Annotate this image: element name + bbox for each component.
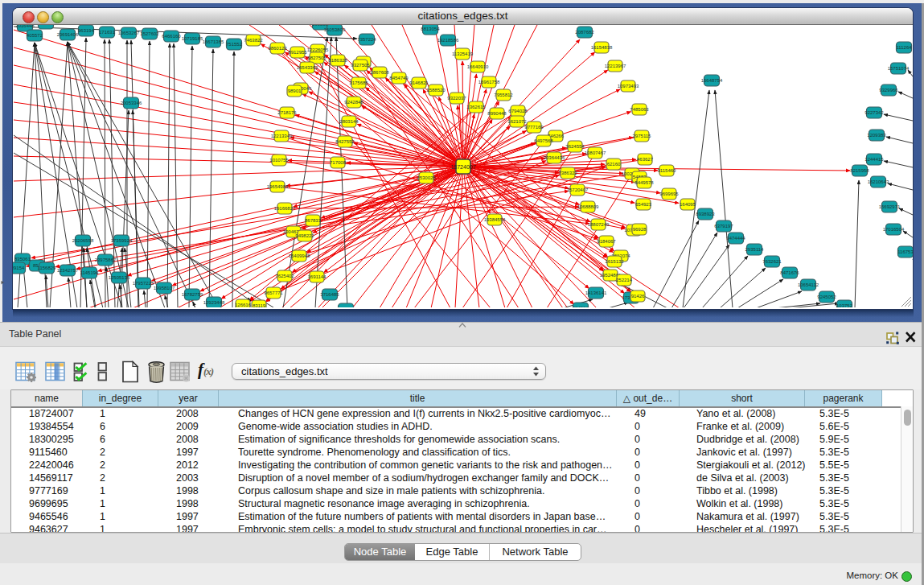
svg-text:9146821: 9146821 [409,80,429,85]
svg-text:19958107: 19958107 [154,286,175,290]
svg-text:19218586: 19218586 [437,38,459,43]
svg-text:7955812: 7955812 [494,93,513,97]
svg-text:5449578: 5449578 [634,180,654,185]
svg-text:1209383: 1209383 [867,133,886,138]
svg-text:16154838: 16154838 [591,45,613,50]
svg-text:18807249: 18807249 [588,222,610,227]
svg-text:9184067: 9184067 [597,239,616,244]
svg-text:9657771: 9657771 [264,290,283,295]
svg-text:8427552: 8427552 [335,139,355,144]
svg-text:963194: 963194 [78,28,95,33]
svg-text:12213967: 12213967 [605,64,626,68]
svg-text:116753: 116753 [897,249,913,254]
svg-text:252214: 252214 [616,278,633,282]
svg-text:19384554: 19384554 [484,217,506,222]
svg-text:103752: 103752 [836,303,853,307]
svg-text:12342757: 12342757 [57,268,79,273]
svg-text:9327505: 9327505 [351,63,370,68]
svg-text:8990448: 8990448 [487,111,507,116]
svg-text:1145194: 1145194 [80,270,100,275]
svg-text:8215958: 8215958 [850,168,869,173]
svg-text:7386322: 7386322 [558,171,577,175]
svg-text:16543362: 16543362 [297,65,318,70]
svg-text:867833: 867833 [305,218,322,223]
svg-text:7357224: 7357224 [357,37,376,42]
svg-text:1527602: 1527602 [140,31,159,36]
svg-text:8938923: 8938923 [696,212,715,216]
svg-text:9115460: 9115460 [658,168,677,173]
svg-text:2867608: 2867608 [370,70,389,75]
svg-text:10654112: 10654112 [798,282,819,287]
svg-text:717008: 717008 [330,160,347,165]
svg-text:97245: 97245 [339,307,353,307]
svg-text:15692971: 15692971 [879,204,901,209]
svg-text:1244415: 1244415 [864,157,884,162]
svg-text:6794028: 6794028 [508,109,528,113]
svg-text:2530025: 2530025 [417,175,436,180]
svg-text:7625402: 7625402 [275,274,294,278]
svg-text:111264: 111264 [896,45,912,50]
svg-text:16961758: 16961758 [478,80,500,84]
svg-text:16782759: 16782759 [182,292,203,297]
svg-text:20053346: 20053346 [121,101,142,105]
svg-text:9242848: 9242848 [344,100,363,105]
svg-text:3175685: 3175685 [349,80,368,85]
svg-text:16640910: 16640910 [467,64,489,69]
svg-text:10807467: 10807467 [585,150,606,155]
svg-text:9860123: 9860123 [268,46,287,51]
svg-text:7632621: 7632621 [762,259,782,264]
svg-text:2803144: 2803144 [339,119,359,124]
svg-text:463627: 463627 [637,157,654,162]
svg-text:9322037: 9322037 [447,96,466,101]
svg-text:751552: 751552 [226,42,243,47]
svg-text:16671385: 16671385 [203,39,224,44]
svg-text:15409948: 15409948 [289,253,310,258]
svg-text:11325419: 11325419 [452,51,474,56]
svg-text:171631: 171631 [99,30,116,35]
svg-text:16648754: 16648754 [701,78,723,83]
svg-text:19166827: 19166827 [274,206,296,211]
svg-text:9227342: 9227342 [864,110,884,115]
svg-text:9777169: 9777169 [524,125,544,130]
svg-text:835061: 835061 [14,257,31,262]
svg-text:2975115: 2975115 [633,134,652,138]
svg-text:1156829: 1156829 [38,266,57,270]
svg-text:3716485: 3716485 [320,292,339,297]
svg-text:6466160: 6466160 [162,34,181,39]
svg-text:2935114: 2935114 [745,247,765,252]
svg-text:17359924: 17359924 [111,238,133,243]
svg-text:405572: 405572 [27,33,43,38]
svg-text:62160: 62160 [607,162,621,167]
svg-text:8471676: 8471676 [780,270,799,275]
svg-text:1588520: 1588520 [426,88,446,93]
svg-text:10719185: 10719185 [182,36,203,41]
svg-text:15720407: 15720407 [567,187,589,192]
svg-text:7485063: 7485063 [630,107,649,112]
svg-text:164095: 164095 [680,202,696,207]
svg-text:20691406: 20691406 [57,32,79,37]
svg-text:14136141: 14136141 [585,290,607,295]
svg-text:2718176: 2718176 [277,110,297,115]
svg-text:1691144: 1691144 [308,274,327,279]
svg-text:10688809: 10688809 [577,204,599,209]
svg-text:96928: 96928 [633,227,647,232]
svg-text:10653267: 10653267 [118,31,140,35]
svg-text:9498222: 9498222 [295,233,314,238]
svg-text:7463822: 7463822 [244,38,263,43]
svg-text:19654983: 19654983 [267,184,289,189]
svg-text:12923448: 12923448 [203,300,225,305]
svg-text:8454749: 8454749 [389,76,409,80]
svg-text:18724007: 18724007 [450,164,475,170]
svg-text:23975867: 23975867 [95,257,117,262]
svg-text:1362615: 1362615 [466,105,486,109]
svg-text:17957225: 17957225 [133,281,154,286]
svg-text:91426: 91426 [631,294,645,299]
svg-text:1621072: 1621072 [507,119,527,124]
svg-text:20206558: 20206558 [72,238,94,243]
svg-text:17016504: 17016504 [883,227,905,232]
svg-text:98901: 98901 [288,89,302,93]
svg-text:6379197: 6379197 [714,224,733,229]
svg-text:6497568: 6497568 [534,138,553,143]
svg-text:126616: 126616 [235,303,252,307]
svg-text:12226055: 12226055 [307,47,329,52]
